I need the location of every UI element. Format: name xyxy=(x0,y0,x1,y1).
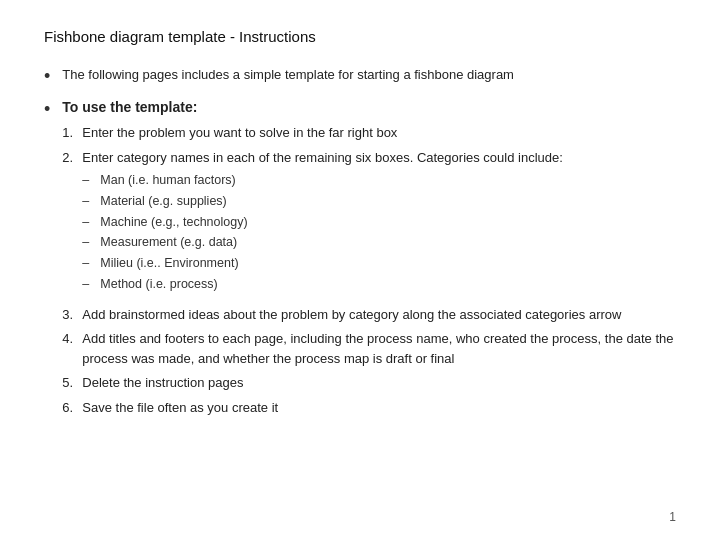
step-4: 4. Add titles and footers to each page, … xyxy=(62,329,676,368)
bullet-item-1: • The following pages includes a simple … xyxy=(44,65,676,88)
bullet-dot-1: • xyxy=(44,66,50,88)
bullet-dot-2: • xyxy=(44,99,50,121)
step-3: 3. Add brainstormed ideas about the prob… xyxy=(62,305,676,325)
page-title: Fishbone diagram template - Instructions xyxy=(44,28,676,45)
bullet2-content: To use the template: 1. Enter the proble… xyxy=(62,98,676,423)
dash-6: – xyxy=(82,275,100,294)
dash-item-5: – Milieu (i.e.. Environment) xyxy=(82,254,247,273)
dash-text-6: Method (i.e. process) xyxy=(100,275,217,294)
dash-text-4: Measurement (e.g. data) xyxy=(100,233,237,252)
step-6-num: 6. xyxy=(62,398,82,418)
page-number: 1 xyxy=(669,510,676,524)
page: Fishbone diagram template - Instructions… xyxy=(0,0,720,540)
dash-item-4: – Measurement (e.g. data) xyxy=(82,233,247,252)
dash-2: – xyxy=(82,192,100,211)
dash-item-6: – Method (i.e. process) xyxy=(82,275,247,294)
step-3-text: Add brainstormed ideas about the problem… xyxy=(82,305,621,325)
step-1: 1. Enter the problem you want to solve i… xyxy=(62,123,676,143)
step-2: 2. Enter category names in each of the r… xyxy=(62,148,676,300)
step-4-num: 4. xyxy=(62,329,82,349)
dash-3: – xyxy=(82,213,100,232)
dash-1: – xyxy=(82,171,100,190)
dash-5: – xyxy=(82,254,100,273)
step-5-text: Delete the instruction pages xyxy=(82,373,243,393)
step-1-text: Enter the problem you want to solve in t… xyxy=(82,123,397,143)
bullet2-heading: To use the template: xyxy=(62,98,676,118)
dash-item-1: – Man (i.e. human factors) xyxy=(82,171,247,190)
step-2-text: Enter category names in each of the rema… xyxy=(82,148,563,168)
step-6-text: Save the file often as you create it xyxy=(82,398,278,418)
step-3-num: 3. xyxy=(62,305,82,325)
dash-item-2: – Material (e.g. supplies) xyxy=(82,192,247,211)
step-4-text: Add titles and footers to each page, inc… xyxy=(82,329,676,368)
bullet-item-2: • To use the template: 1. Enter the prob… xyxy=(44,98,676,423)
dash-text-3: Machine (e.g., technology) xyxy=(100,213,247,232)
dash-list: – Man (i.e. human factors) – Material (e… xyxy=(82,171,247,296)
step-6: 6. Save the file often as you create it xyxy=(62,398,676,418)
step-1-num: 1. xyxy=(62,123,82,143)
dash-item-3: – Machine (e.g., technology) xyxy=(82,213,247,232)
steps-list: 1. Enter the problem you want to solve i… xyxy=(62,123,676,417)
dash-4: – xyxy=(82,233,100,252)
dash-text-5: Milieu (i.e.. Environment) xyxy=(100,254,238,273)
step-5-num: 5. xyxy=(62,373,82,393)
step-2-num: 2. xyxy=(62,148,82,168)
step-5: 5. Delete the instruction pages xyxy=(62,373,676,393)
dash-text-2: Material (e.g. supplies) xyxy=(100,192,226,211)
dash-text-1: Man (i.e. human factors) xyxy=(100,171,235,190)
bullet-text-1: The following pages includes a simple te… xyxy=(62,65,514,85)
